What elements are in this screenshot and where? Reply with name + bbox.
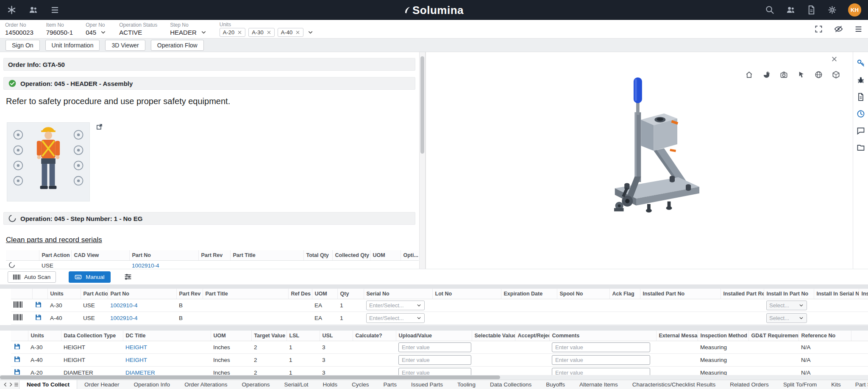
column-header[interactable]: Units bbox=[28, 331, 61, 341]
horizontal-scrollbar-thumb[interactable] bbox=[0, 375, 500, 379]
tabs-scroll-left-icon[interactable] bbox=[3, 380, 8, 389]
dc-title-link[interactable]: HEIGHT bbox=[125, 344, 147, 350]
tab-holds[interactable]: Holds bbox=[316, 380, 345, 389]
bug-icon[interactable] bbox=[857, 76, 865, 84]
upload-value-input[interactable] bbox=[398, 355, 471, 365]
column-header[interactable]: Collected Qty bbox=[332, 250, 370, 260]
menu-icon[interactable] bbox=[854, 25, 863, 33]
unit-chip[interactable]: A-40 bbox=[278, 28, 303, 37]
comments-input[interactable] bbox=[552, 342, 650, 352]
step-no-dropdown-icon[interactable] bbox=[200, 29, 207, 36]
serial-no-select[interactable]: Enter/Select... bbox=[366, 313, 425, 323]
column-header[interactable]: Accept/Reject bbox=[515, 331, 549, 341]
column-header[interactable]: UOM bbox=[211, 331, 251, 341]
orbit-globe-icon[interactable] bbox=[815, 71, 823, 79]
comments-input[interactable] bbox=[552, 368, 650, 375]
column-header[interactable]: GD&T Requirement bbox=[748, 331, 798, 341]
vertical-scrollbar-thumb[interactable] bbox=[420, 56, 424, 154]
home-view-icon[interactable] bbox=[745, 71, 753, 79]
avatar[interactable]: KH bbox=[848, 3, 861, 17]
tab-part-shortages[interactable]: Part Shortages bbox=[848, 380, 868, 389]
column-header[interactable]: UOM bbox=[312, 289, 337, 299]
column-header[interactable]: Qty bbox=[337, 289, 364, 299]
serial-no-select[interactable]: Enter/Select... bbox=[366, 301, 425, 310]
column-header[interactable]: External Message bbox=[656, 331, 698, 341]
part-no-link[interactable]: 1002910-4 bbox=[132, 262, 159, 269]
step-header[interactable]: Operation: 045 - Step Number: 1 - No EG bbox=[3, 212, 415, 225]
model-cube-icon[interactable] bbox=[832, 71, 840, 79]
save-row-icon[interactable] bbox=[14, 358, 21, 364]
oper-no-dropdown-icon[interactable] bbox=[100, 29, 106, 36]
dc-title-link[interactable]: HEIGHT bbox=[125, 357, 147, 363]
column-header[interactable]: Part Title bbox=[230, 250, 303, 260]
order-info-header[interactable]: Order Info: GTA-50 bbox=[3, 58, 415, 71]
column-header[interactable]: Part No bbox=[108, 289, 176, 299]
part-no-link[interactable]: 1002910-4 bbox=[110, 315, 138, 321]
history-clock-icon[interactable] bbox=[857, 110, 865, 118]
people-icon[interactable] bbox=[28, 5, 38, 15]
tab-cycles[interactable]: Cycles bbox=[345, 380, 376, 389]
select-cursor-icon[interactable] bbox=[797, 71, 805, 79]
users-icon[interactable] bbox=[786, 5, 796, 15]
tab-operation-info[interactable]: Operation Info bbox=[127, 380, 178, 389]
tab-order-header[interactable]: Order Header bbox=[77, 380, 127, 389]
scan-barcode-icon[interactable] bbox=[14, 315, 22, 322]
comments-chat-icon[interactable] bbox=[857, 127, 865, 135]
column-header[interactable]: Part Rev bbox=[198, 250, 230, 260]
column-header[interactable]: Target Value bbox=[251, 331, 287, 341]
tabs-scroll-right-icon[interactable] bbox=[8, 380, 14, 389]
tab-sign-on[interactable]: Sign On bbox=[6, 40, 40, 51]
unit-chip[interactable]: A-30 bbox=[248, 28, 274, 37]
column-header[interactable]: Serial No bbox=[364, 289, 432, 299]
column-header[interactable]: Part Title bbox=[203, 289, 288, 299]
operation-header[interactable]: Operation: 045 - HEADER - Assembly bbox=[3, 77, 415, 90]
safety-infographic-image[interactable] bbox=[7, 122, 90, 201]
column-header[interactable]: Calculate? bbox=[353, 331, 396, 341]
tab-kits[interactable]: Kits bbox=[824, 380, 848, 389]
column-header[interactable]: USL bbox=[320, 331, 353, 341]
column-header[interactable]: Comments bbox=[549, 331, 656, 341]
tab-buyoffs[interactable]: Buyoffs bbox=[539, 380, 572, 389]
part-no-link[interactable]: 1002910-4 bbox=[110, 302, 138, 309]
tab-issued-parts[interactable]: Issued Parts bbox=[404, 380, 450, 389]
save-row-icon[interactable] bbox=[14, 370, 21, 375]
clean-parts-link[interactable]: Clean parts and record serials bbox=[6, 236, 102, 244]
remove-chip-icon[interactable] bbox=[267, 30, 271, 35]
apps-icon[interactable] bbox=[7, 5, 17, 15]
column-header[interactable]: UOM bbox=[370, 250, 401, 260]
install-in-part-select[interactable]: Select... bbox=[766, 301, 807, 310]
column-header[interactable]: DC Title bbox=[123, 331, 211, 341]
external-link-icon[interactable] bbox=[96, 123, 103, 130]
column-header[interactable]: Opti... bbox=[401, 250, 419, 260]
column-header[interactable]: Install In Serial No bbox=[814, 289, 859, 299]
remove-chip-icon[interactable] bbox=[295, 30, 300, 35]
attachments-folder-icon[interactable] bbox=[857, 143, 865, 152]
column-header[interactable]: Part Action bbox=[81, 289, 108, 299]
auto-scan-button[interactable]: Auto Scan bbox=[8, 271, 56, 283]
close-viewer-icon[interactable] bbox=[831, 56, 837, 62]
column-header[interactable]: Lot No bbox=[432, 289, 501, 299]
settings-gear-icon[interactable] bbox=[827, 5, 837, 15]
units-dropdown-icon[interactable] bbox=[307, 29, 314, 36]
column-header[interactable]: Upload/Value bbox=[396, 331, 472, 341]
column-header[interactable]: Part No bbox=[129, 250, 198, 260]
column-header[interactable]: Part Rev bbox=[176, 289, 203, 299]
tab-split-to-from[interactable]: Split To/From bbox=[776, 380, 824, 389]
scan-barcode-icon[interactable] bbox=[14, 303, 22, 309]
tab-order-alterations[interactable]: Order Alterations bbox=[177, 380, 234, 389]
key-icon[interactable] bbox=[857, 59, 865, 67]
unit-chip[interactable]: A-20 bbox=[220, 28, 245, 37]
column-header[interactable]: Ack Flag bbox=[609, 289, 640, 299]
tab-parts[interactable]: Parts bbox=[376, 380, 404, 389]
column-header[interactable]: Total Qty bbox=[303, 250, 332, 260]
fullscreen-icon[interactable] bbox=[814, 25, 823, 33]
tab-need-to-collect[interactable]: Need To Collect bbox=[19, 380, 77, 389]
column-header[interactable]: Reference No bbox=[798, 331, 851, 341]
column-header[interactable]: Installed Part Rev bbox=[721, 289, 764, 299]
section-view-icon[interactable] bbox=[762, 71, 771, 79]
tab-operations[interactable]: Operations bbox=[234, 380, 277, 389]
task-list-icon[interactable] bbox=[50, 5, 60, 15]
tab-data-collections[interactable]: Data Collections bbox=[483, 380, 539, 389]
column-header[interactable]: Selectable Value bbox=[472, 331, 515, 341]
tab-serial-lot[interactable]: Serial/Lot bbox=[277, 380, 315, 389]
